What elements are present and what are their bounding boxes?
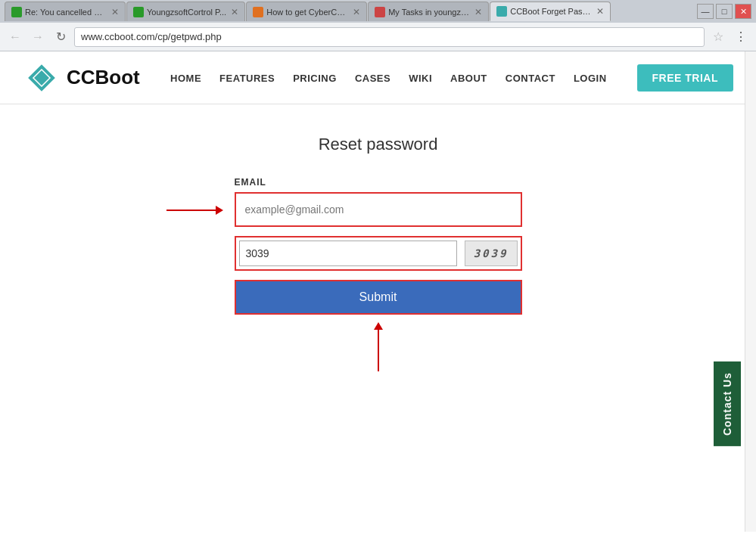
logo-link[interactable]: CCBoot [23,63,140,93]
tab-close-5[interactable]: ✕ [596,6,604,17]
reset-password-form: EMAIL 3039 Submit [235,177,522,315]
captcha-image: 3039 [465,241,518,266]
site-navbar: CCBoot HOME FEATURES PRICING CASES WIKI … [0,51,756,104]
title-bar: Re: You cancelled au... ✕ YoungzsoftCort… [0,0,756,23]
captcha-row: 3039 [235,236,522,271]
browser-tab-2[interactable]: YoungzsoftCortrol P... ✕ [126,2,245,21]
browser-tab-3[interactable]: How to get CyberCC... ✕ [246,2,367,21]
tab-list: Re: You cancelled au... ✕ YoungzsoftCort… [5,2,691,21]
tab-label-5: CCBoot Forget Pass... [510,7,592,16]
captcha-input[interactable] [239,241,457,266]
tab-close-2[interactable]: ✕ [231,7,238,17]
window-controls: — □ ✕ [697,4,751,19]
tab-label-3: How to get CyberCC... [266,8,348,17]
nav-login[interactable]: LOGIN [574,73,607,84]
minimize-button[interactable]: — [697,4,714,19]
free-trial-button[interactable]: FREE TRIAL [637,64,733,92]
up-arrowhead [374,322,383,330]
email-label: EMAIL [235,177,522,188]
browser-menu-button[interactable]: ⋮ [732,28,750,46]
close-button[interactable]: ✕ [735,4,751,19]
contact-us-side-button[interactable]: Contact Us [714,362,741,446]
nav-wiki[interactable]: WIKI [409,73,432,84]
scrollbar-track[interactable] [745,51,756,532]
address-input[interactable] [74,27,705,47]
tab-label-2: YoungzsoftCortrol P... [147,8,226,17]
nav-contact[interactable]: CONTACT [506,73,555,84]
nav-links: HOME FEATURES PRICING CASES WIKI ABOUT C… [170,64,733,92]
logo-icon [23,63,61,93]
email-input-wrapper [235,192,522,227]
page-content: CCBoot HOME FEATURES PRICING CASES WIKI … [0,51,756,532]
browser-window: Re: You cancelled au... ✕ YoungzsoftCort… [0,0,756,51]
address-bar: ← → ↻ ☆ ⋮ [0,23,756,51]
bookmark-star-button[interactable]: ☆ [709,28,727,46]
browser-tab-1[interactable]: Re: You cancelled au... ✕ [5,2,126,21]
nav-pricing[interactable]: PRICING [293,73,337,84]
back-button[interactable]: ← [6,28,24,46]
tab-favicon-2 [133,7,144,17]
page-main: Reset password EMAIL 3039 [0,104,756,402]
email-input[interactable] [236,194,521,225]
form-container: EMAIL 3039 Submit [235,177,522,315]
logo-text: CCBoot [67,66,140,89]
browser-tab-5[interactable]: CCBoot Forget Pass... ✕ [490,2,611,21]
nav-cases[interactable]: CASES [355,73,390,84]
submit-button[interactable]: Submit [235,280,522,315]
tab-label-1: Re: You cancelled au... [25,8,107,17]
maximize-button[interactable]: □ [716,4,733,19]
tab-close-4[interactable]: ✕ [474,7,482,17]
reload-button[interactable]: ↻ [51,28,70,46]
tab-favicon-5 [496,6,507,17]
forward-button[interactable]: → [29,28,47,46]
tab-close-3[interactable]: ✕ [353,7,360,17]
annotation-arrow-up [374,322,383,371]
arrow-line [166,210,216,211]
nav-about[interactable]: ABOUT [450,73,487,84]
tab-favicon-3 [253,7,263,17]
tab-close-1[interactable]: ✕ [111,7,119,17]
arrow-head [216,206,223,215]
tab-favicon-1 [11,7,22,17]
nav-home[interactable]: HOME [170,73,201,84]
tab-favicon-4 [375,7,385,17]
browser-tab-4[interactable]: My Tasks in youngzs... ✕ [368,2,489,21]
up-arrow-line [378,330,379,371]
annotation-arrow-left [166,206,223,215]
tab-label-4: My Tasks in youngzs... [388,8,470,17]
page-title: Reset password [319,135,438,154]
nav-features[interactable]: FEATURES [219,73,275,84]
